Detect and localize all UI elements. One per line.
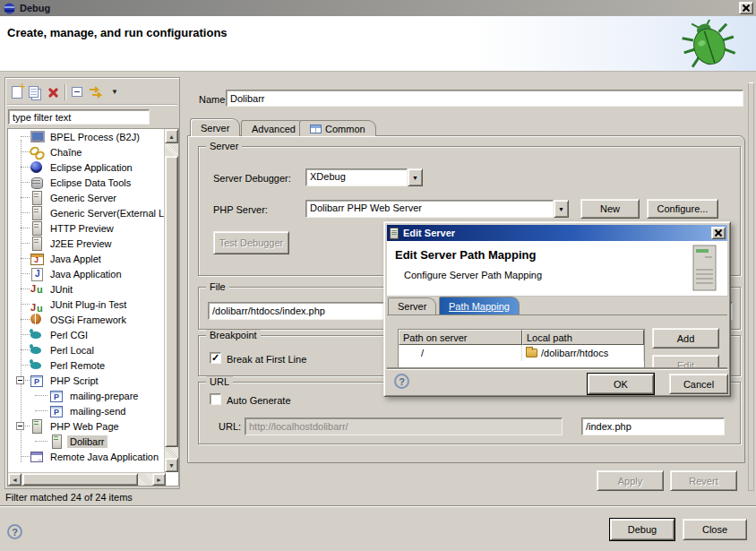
tree-item-label: JUnit — [47, 283, 75, 296]
chevron-down-icon[interactable]: ▼ — [554, 200, 569, 218]
url-label: URL: — [219, 421, 241, 432]
tree-item-perl-local[interactable]: Perl Local — [8, 342, 165, 357]
collapse-toggle-icon[interactable] — [16, 376, 24, 384]
add-button[interactable]: Add — [652, 328, 719, 349]
tree-item-mailing-prepare[interactable]: mailing-prepare — [8, 388, 165, 403]
close-button[interactable]: Close — [683, 519, 747, 540]
osgi-icon — [30, 313, 44, 326]
tree-item-junit-plug-in-test[interactable]: JUnit Plug-in Test — [8, 297, 165, 312]
tree-item-generic-server-external-la[interactable]: Generic Server(External La — [8, 205, 165, 220]
ok-button[interactable]: OK — [588, 374, 654, 394]
filter-input[interactable] — [8, 109, 150, 125]
tree-item-eclipse-data-tools[interactable]: Eclipse Data Tools — [8, 175, 165, 190]
tree-item-label: HTTP Preview — [47, 222, 116, 235]
breakpoint-group-label: Breakpoint — [206, 330, 261, 340]
window-titlebar: Debug — [0, 0, 756, 16]
chevron-down-icon[interactable]: ▼ — [408, 168, 423, 186]
perl-icon — [30, 358, 44, 372]
break-first-line-checkbox[interactable]: ✓ — [210, 352, 221, 364]
tree-item-label: Perl CGI — [47, 329, 90, 341]
scroll-up-icon[interactable]: ▲ — [165, 129, 178, 143]
common-tab-icon — [310, 125, 322, 133]
view-menu-chevron-icon[interactable]: ▼ — [111, 88, 118, 96]
configure-button[interactable]: Configure... — [647, 199, 718, 219]
tree-item-bpel-process-b2j[interactable]: BPEL Process (B2J) — [8, 129, 165, 144]
close-icon — [743, 4, 750, 12]
dialog-subheading: Configure Server Path Mapping — [404, 270, 542, 280]
configurations-toolbar: ▼ — [7, 80, 177, 105]
table-header-row: Path on server Local path — [399, 330, 644, 345]
tree-item-label: Java Applet — [47, 253, 104, 265]
dialog-help-icon[interactable]: ? — [394, 374, 409, 389]
scroll-right-icon[interactable]: ► — [152, 473, 166, 486]
tree-item-label: Generic Server(External La — [47, 207, 165, 220]
tree-item-http-preview[interactable]: HTTP Preview — [8, 220, 165, 236]
eclipse-logo-icon — [4, 3, 15, 14]
tree-item-perl-cgi[interactable]: Perl CGI — [8, 327, 165, 342]
tree-item-remote-java-application[interactable]: Remote Java Application — [8, 449, 165, 464]
table-row[interactable]: / /dolibarr/htdocs — [399, 345, 644, 361]
auto-generate-checkbox[interactable] — [210, 393, 221, 405]
tree-item-php-web-page[interactable]: PHP Web Page — [8, 418, 165, 434]
scroll-down-icon[interactable]: ▼ — [165, 458, 178, 472]
tree-item-j2ee-preview[interactable]: J2EE Preview — [8, 236, 165, 251]
filter-icon[interactable] — [89, 86, 105, 99]
tree-item-java-application[interactable]: Java Application — [8, 266, 165, 281]
phpweb-icon — [30, 419, 44, 433]
tree-item-dolibarr[interactable]: Dolibarr — [8, 434, 165, 449]
scroll-left-icon[interactable]: ◄ — [8, 473, 21, 486]
debug-bug-icon — [681, 20, 736, 68]
cancel-button[interactable]: Cancel — [669, 374, 728, 394]
tab-advanced[interactable]: Advanced — [241, 120, 306, 136]
vertical-scroll-thumb[interactable] — [165, 156, 178, 447]
server-debugger-combo[interactable]: XDebug ▼ — [305, 168, 423, 186]
tree-item-java-applet[interactable]: Java Applet — [8, 251, 165, 266]
duplicate-configuration-icon[interactable] — [29, 86, 39, 98]
eclipse-icon — [30, 160, 44, 174]
table-empty-row — [399, 361, 644, 369]
tree-item-generic-server[interactable]: Generic Server — [8, 190, 165, 205]
dialog-close-button[interactable] — [711, 227, 726, 239]
collapse-toggle-icon[interactable] — [16, 422, 24, 430]
debug-button[interactable]: Debug — [610, 519, 674, 540]
tab-server[interactable]: Server — [190, 118, 240, 136]
tree-item-cha-ne[interactable]: Chaîne — [8, 144, 165, 159]
name-input[interactable] — [226, 90, 743, 107]
dialog-tab-path-mapping[interactable]: Path Mapping — [439, 297, 520, 314]
new-server-button[interactable]: New — [580, 199, 640, 219]
horizontal-scroll-thumb[interactable] — [22, 473, 138, 486]
tree-item-label: PHP Web Page — [47, 420, 122, 433]
tree-item-label: PHP Script — [47, 375, 101, 387]
break-first-line-label: Break at First Line — [227, 354, 306, 365]
tree-horizontal-scrollbar[interactable]: ◄ ► — [8, 472, 166, 486]
dialog-heading: Edit Server Path Mapping — [395, 248, 536, 262]
perl-icon — [30, 328, 44, 341]
new-configuration-icon[interactable] — [12, 86, 22, 99]
phpweb-icon — [49, 435, 64, 448]
tab-common[interactable]: Common — [299, 120, 376, 136]
server-debugger-label: Server Debugger: — [213, 173, 291, 184]
tree-item-label: OSGi Framework — [47, 314, 129, 326]
tree-item-junit[interactable]: JUnit — [8, 281, 165, 297]
tree-item-label: Generic Server — [47, 192, 119, 204]
tree-item-mailing-send[interactable]: mailing-send — [8, 403, 165, 418]
php-server-combo[interactable]: Dolibarr PHP Web Server ▼ — [305, 200, 569, 218]
tree-item-label: Perl Remote — [47, 359, 107, 372]
help-icon[interactable]: ? — [7, 524, 22, 539]
dialog-tab-server[interactable]: Server — [388, 297, 436, 314]
tree-item-perl-remote[interactable]: Perl Remote — [8, 357, 165, 373]
tree-vertical-scrollbar[interactable]: ▲ ▼ — [164, 129, 178, 472]
toolbar-separator — [64, 84, 65, 100]
javaapp-icon — [30, 267, 44, 280]
window-close-button[interactable] — [739, 2, 753, 14]
url-path-input[interactable] — [581, 418, 725, 435]
tree-item-label: Chaîne — [47, 146, 84, 159]
tree-item-eclipse-application[interactable]: Eclipse Application — [8, 159, 165, 175]
tree-item-php-script[interactable]: PHP Script — [8, 373, 165, 388]
server-icon — [390, 228, 399, 239]
tree-item-osgi-framework[interactable]: OSGi Framework — [8, 312, 165, 327]
tree-item-label: J2EE Preview — [47, 237, 114, 250]
collapse-all-icon[interactable] — [72, 87, 82, 97]
tree-item-label: Eclipse Application — [47, 161, 135, 174]
delete-configuration-icon[interactable] — [47, 87, 58, 98]
